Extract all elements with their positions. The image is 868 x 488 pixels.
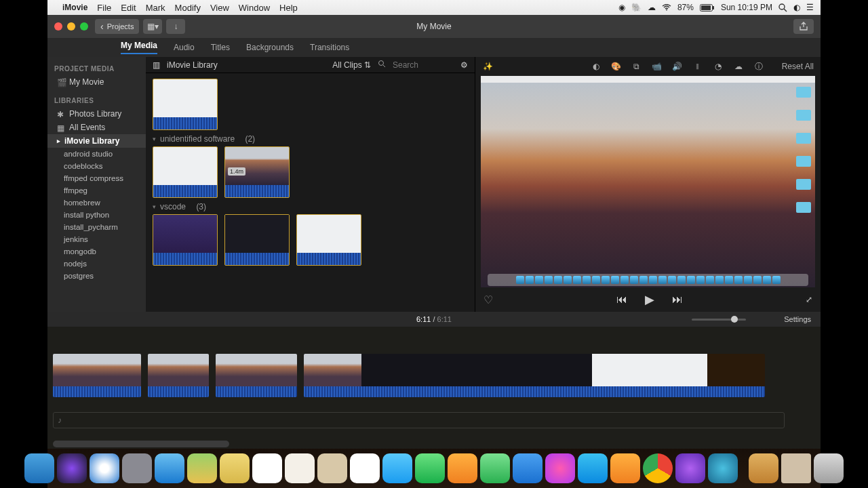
- timeline[interactable]: ♪: [47, 327, 821, 449]
- spotlight-icon[interactable]: [778, 3, 787, 12]
- share-button[interactable]: [793, 19, 814, 34]
- timeline-settings-button[interactable]: Settings: [784, 315, 811, 323]
- window-traffic-lights[interactable]: [54, 22, 88, 30]
- video-track[interactable]: [53, 354, 815, 407]
- dock-app-facetime[interactable]: [415, 453, 445, 483]
- sidebar-event[interactable]: install_pycharm: [47, 221, 146, 233]
- tab-my-media[interactable]: My Media: [121, 41, 157, 54]
- sidebar-photos-library[interactable]: ✱Photos Library: [47, 107, 146, 121]
- sidebar-event[interactable]: postgres: [47, 270, 146, 282]
- timeline-clip[interactable]: [216, 354, 297, 397]
- crop-icon[interactable]: ⧉: [631, 61, 642, 72]
- clip-group-header[interactable]: unidentified software (2): [153, 134, 468, 144]
- sidebar-event[interactable]: install python: [47, 209, 146, 221]
- dock-folder[interactable]: [781, 453, 811, 483]
- dock-app-keynote[interactable]: [513, 453, 542, 483]
- dock-app-reminders[interactable]: [285, 453, 315, 483]
- clip-thumbnail[interactable]: [153, 146, 218, 198]
- enhance-icon[interactable]: ✨: [482, 61, 493, 72]
- reset-all-button[interactable]: Reset All: [782, 62, 814, 71]
- menu-window[interactable]: Window: [239, 3, 270, 13]
- clip-filter-icon[interactable]: ☁: [733, 61, 744, 72]
- timeline-clip[interactable]: [53, 354, 141, 397]
- dock-app-itunes[interactable]: [545, 453, 575, 483]
- clip-thumbnail[interactable]: [153, 214, 218, 266]
- app-menu[interactable]: iMovie: [62, 3, 87, 12]
- tab-audio[interactable]: Audio: [174, 43, 195, 52]
- menu-edit[interactable]: Edit: [121, 3, 136, 13]
- next-button[interactable]: ⏭: [672, 293, 683, 306]
- menu-file[interactable]: File: [97, 3, 111, 13]
- dock-app-photos[interactable]: [350, 453, 380, 483]
- sidebar-event[interactable]: mongodb: [47, 245, 146, 258]
- dock-trash[interactable]: [814, 453, 844, 483]
- sidebar-event[interactable]: homebrew: [47, 197, 146, 209]
- dock-app-maps[interactable]: [187, 453, 217, 483]
- dock-app-calendar[interactable]: [252, 453, 282, 483]
- dock-app-appstore[interactable]: [578, 453, 608, 483]
- dock-downloads[interactable]: [749, 453, 778, 483]
- clip-group-header[interactable]: vscode (3): [153, 202, 468, 211]
- info-icon[interactable]: ⓘ: [753, 61, 764, 72]
- dock-app-pages[interactable]: [448, 453, 477, 483]
- clock[interactable]: Sun 10:19 PM: [721, 3, 772, 12]
- siri-icon[interactable]: ◐: [793, 3, 800, 12]
- timeline-clip[interactable]: [304, 354, 765, 397]
- timeline-scrollbar[interactable]: [53, 441, 229, 447]
- dock-app-ibooks[interactable]: [610, 453, 640, 483]
- clip-filter-dropdown[interactable]: All Clips ⇅: [332, 60, 371, 70]
- sidebar-event[interactable]: jenkins: [47, 233, 146, 245]
- wifi-icon[interactable]: [662, 4, 671, 11]
- dock-app-safari[interactable]: [90, 453, 119, 483]
- prev-button[interactable]: ⏮: [616, 293, 627, 306]
- status-icon[interactable]: 🐘: [631, 3, 642, 12]
- dock-app-notes[interactable]: [220, 453, 250, 483]
- timeline-clip[interactable]: [148, 354, 209, 397]
- sidebar-event[interactable]: codeblocks: [47, 160, 146, 172]
- sidebar-event[interactable]: ffmpeg: [47, 184, 146, 197]
- dock-app-numbers[interactable]: [480, 453, 510, 483]
- sidebar-imovie-library[interactable]: ▸iMovie Library: [47, 134, 146, 148]
- play-button[interactable]: ▶: [645, 292, 654, 307]
- browser-library-label[interactable]: iMovie Library: [167, 60, 218, 70]
- clip-thumbnail[interactable]: [224, 214, 290, 266]
- clip-thumbnail[interactable]: [153, 79, 218, 130]
- dock-app-contacts[interactable]: [317, 453, 347, 483]
- sidebar-event[interactable]: nodejs: [47, 258, 146, 270]
- tab-transitions[interactable]: Transitions: [310, 43, 349, 52]
- sidebar-toggle-icon[interactable]: ▥: [153, 60, 160, 70]
- sidebar-event[interactable]: android studio: [47, 148, 146, 160]
- search-input[interactable]: [393, 60, 454, 70]
- sidebar-project[interactable]: 🎬My Movie: [47, 75, 146, 89]
- menu-mark[interactable]: Mark: [146, 3, 165, 13]
- clip-thumbnail[interactable]: [296, 214, 361, 266]
- dock-app-chrome[interactable]: [643, 453, 673, 483]
- color-balance-icon[interactable]: ◐: [591, 61, 601, 72]
- tab-backgrounds[interactable]: Backgrounds: [246, 43, 294, 52]
- layout-toggle-button[interactable]: ▦▾: [143, 19, 162, 34]
- dock-app-messages[interactable]: [382, 453, 412, 483]
- menu-help[interactable]: Help: [279, 3, 298, 13]
- status-icon[interactable]: ☁: [648, 3, 656, 12]
- sidebar-all-events[interactable]: ▦All Events: [47, 121, 146, 134]
- dock-app-launchpad[interactable]: [122, 453, 152, 483]
- notification-center-icon[interactable]: ☰: [806, 3, 814, 12]
- status-icon[interactable]: ◉: [618, 3, 625, 12]
- color-correction-icon[interactable]: 🎨: [611, 61, 622, 72]
- clip-thumbnail[interactable]: 1.4m: [224, 146, 290, 198]
- dock-app-quicktime[interactable]: [708, 453, 738, 483]
- volume-icon[interactable]: 🔊: [672, 61, 683, 72]
- speed-icon[interactable]: ◔: [713, 61, 724, 72]
- dock-app-finder[interactable]: [24, 453, 54, 483]
- tab-titles[interactable]: Titles: [211, 43, 230, 52]
- sidebar-event[interactable]: ffmped compress: [47, 172, 146, 184]
- dock-app-siri[interactable]: [57, 453, 87, 483]
- browser-settings-icon[interactable]: ⚙: [460, 60, 468, 70]
- dock-app-imovie[interactable]: [675, 453, 705, 483]
- menu-view[interactable]: View: [210, 3, 229, 13]
- import-button[interactable]: ↓: [166, 19, 185, 34]
- zoom-slider[interactable]: [692, 319, 746, 321]
- favorite-icon[interactable]: ♡: [484, 293, 493, 306]
- noise-reduction-icon[interactable]: ⦀: [692, 61, 703, 72]
- back-to-projects-button[interactable]: Projects: [95, 19, 139, 34]
